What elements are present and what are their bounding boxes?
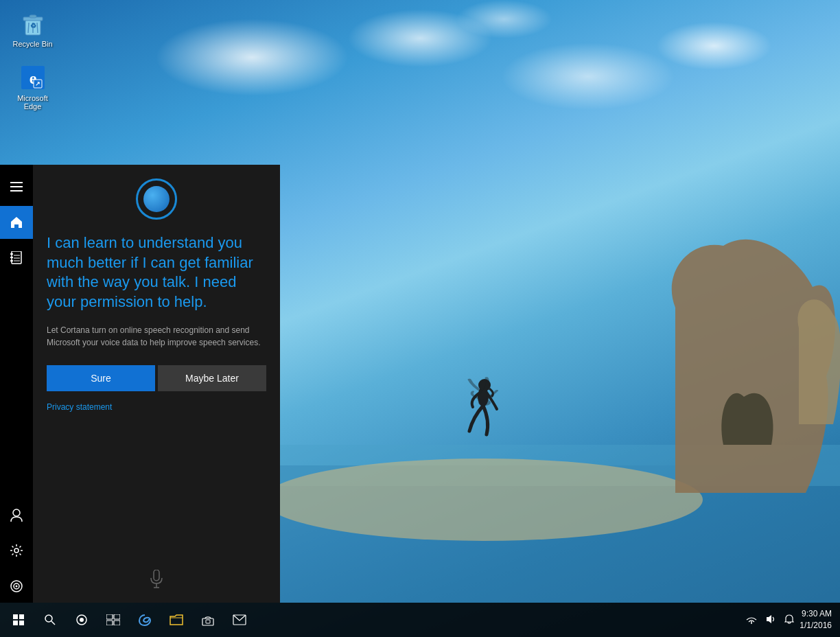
notification-icon[interactable]	[782, 614, 797, 626]
svg-point-32	[16, 586, 18, 588]
svg-line-10	[28, 23, 29, 33]
cortana-panel: I can learn to understand you much bette…	[33, 165, 280, 603]
sidebar-hamburger[interactable]	[0, 170, 33, 203]
cortana-buttons: Sure Maybe Later	[47, 365, 266, 391]
svg-rect-22	[10, 253, 13, 255]
recycle-bin-icon[interactable]: ♻ Recycle Bin	[7, 7, 58, 51]
svg-point-28	[13, 509, 20, 516]
volume-icon[interactable]	[762, 614, 779, 626]
svg-rect-33	[154, 570, 159, 581]
search-button[interactable]	[34, 603, 66, 637]
edge-icon[interactable]: e ↗ Microsoft Edge	[7, 61, 58, 113]
date: 1/1/2016	[800, 620, 832, 632]
sidebar-account[interactable]	[0, 498, 33, 531]
svg-rect-40	[106, 614, 113, 619]
desktop-icons: ♻ Recycle Bin e ↗ Microsoft Edge	[7, 7, 58, 113]
svg-rect-43	[114, 621, 120, 625]
sidebar-home[interactable]	[0, 206, 33, 239]
maybe-later-button[interactable]: Maybe Later	[158, 365, 266, 391]
cortana-logo	[47, 178, 266, 220]
svg-rect-24	[10, 260, 13, 262]
svg-point-29	[14, 548, 19, 553]
svg-rect-19	[10, 186, 23, 187]
microphone-icon	[150, 570, 163, 589]
sidebar-feedback[interactable]	[0, 570, 33, 603]
svg-rect-45	[206, 620, 210, 623]
svg-rect-23	[10, 257, 13, 258]
start-button[interactable]	[3, 603, 34, 637]
svg-line-12	[37, 23, 38, 33]
landscape-svg	[277, 205, 840, 603]
time: 9:30 AM	[800, 608, 832, 620]
taskbar-notification-area: 9:30 AM 1/1/2016	[743, 608, 837, 632]
svg-point-39	[80, 618, 84, 622]
file-explorer-button[interactable]	[161, 603, 192, 637]
svg-rect-41	[114, 614, 120, 619]
svg-point-6	[478, 399, 491, 406]
edge-taskbar-button[interactable]	[129, 603, 161, 637]
svg-text:♻: ♻	[30, 22, 36, 30]
time-display: 9:30 AM 1/1/2016	[800, 608, 832, 632]
svg-rect-20	[10, 190, 23, 192]
taskbar: 9:30 AM 1/1/2016	[0, 603, 840, 637]
cortana-mic-area	[47, 563, 266, 596]
svg-rect-18	[10, 182, 23, 183]
sidebar-notebook[interactable]	[0, 242, 33, 275]
mail-button[interactable]	[224, 603, 255, 637]
desktop: ♻ Recycle Bin e ↗ Microsoft Edge	[0, 0, 840, 637]
edge-label: Microsoft Edge	[10, 94, 56, 111]
svg-text:↗: ↗	[35, 80, 40, 87]
privacy-statement-link[interactable]: Privacy statement	[47, 402, 266, 412]
sure-button[interactable]: Sure	[47, 365, 155, 391]
sidebar-settings[interactable]	[0, 534, 33, 567]
store-button[interactable]	[192, 603, 224, 637]
task-view-button[interactable]	[97, 603, 129, 637]
svg-point-36	[45, 615, 52, 622]
cortana-heading: I can learn to understand you much bette…	[47, 233, 266, 312]
svg-rect-9	[30, 15, 36, 18]
cortana-description: Let Cortana turn on online speech recogn…	[47, 324, 266, 349]
sidebar	[0, 165, 33, 603]
svg-rect-21	[12, 251, 21, 264]
cortana-taskbar-button[interactable]	[66, 603, 97, 637]
recycle-bin-label: Recycle Bin	[12, 40, 52, 48]
svg-line-37	[51, 621, 55, 625]
svg-point-2	[277, 459, 703, 541]
svg-rect-42	[106, 621, 113, 625]
network-icon[interactable]	[743, 614, 760, 626]
